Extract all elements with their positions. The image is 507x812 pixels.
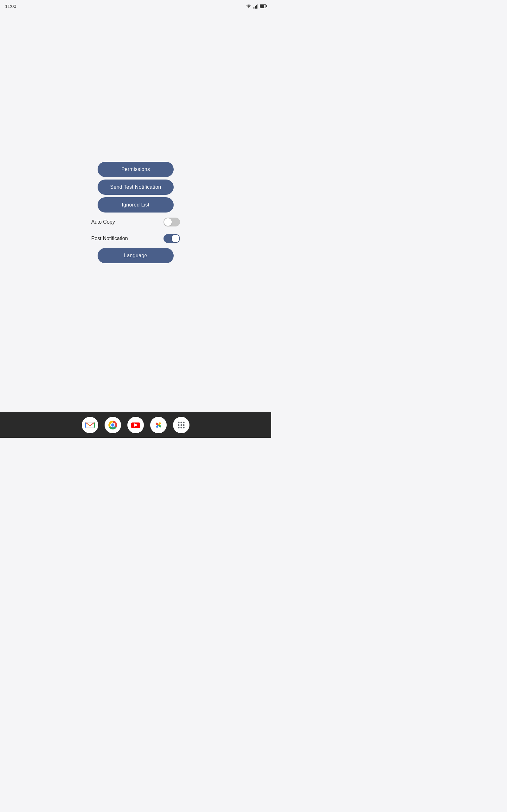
status-bar: 11:00 xyxy=(0,0,271,13)
status-icons xyxy=(246,4,266,9)
app-grid-icon[interactable] xyxy=(173,417,189,433)
svg-point-16 xyxy=(178,422,180,423)
svg-point-18 xyxy=(183,422,185,423)
post-notification-knob xyxy=(172,235,179,242)
svg-point-23 xyxy=(181,427,182,428)
post-notification-row: Post Notification xyxy=(91,232,180,246)
signal-icon xyxy=(253,4,258,9)
taskbar xyxy=(0,412,271,438)
auto-copy-knob xyxy=(164,218,172,226)
auto-copy-toggle[interactable] xyxy=(164,217,180,226)
svg-point-20 xyxy=(181,424,182,426)
svg-point-19 xyxy=(178,424,180,426)
post-notification-label: Post Notification xyxy=(91,236,128,241)
svg-point-17 xyxy=(181,422,182,423)
status-time: 11:00 xyxy=(5,4,16,9)
svg-point-10 xyxy=(111,423,114,426)
auto-copy-row: Auto Copy xyxy=(91,215,180,229)
controls-container: Permissions Send Test Notification Ignor… xyxy=(85,162,186,263)
youtube-app-icon[interactable] xyxy=(127,417,144,433)
svg-rect-0 xyxy=(253,7,255,9)
send-test-notification-button[interactable]: Send Test Notification xyxy=(98,180,174,195)
svg-point-24 xyxy=(183,427,185,428)
language-button[interactable]: Language xyxy=(98,248,174,263)
svg-rect-1 xyxy=(255,6,256,9)
ignored-list-button[interactable]: Ignored List xyxy=(98,197,174,212)
auto-copy-label: Auto Copy xyxy=(91,219,115,225)
gmail-app-icon[interactable] xyxy=(82,417,98,433)
post-notification-toggle[interactable] xyxy=(164,234,180,243)
svg-rect-2 xyxy=(256,5,257,9)
wifi-icon xyxy=(246,4,251,9)
main-content: Permissions Send Test Notification Ignor… xyxy=(0,13,271,412)
battery-icon xyxy=(260,4,266,8)
chrome-app-icon[interactable] xyxy=(105,417,121,433)
svg-rect-3 xyxy=(257,4,258,9)
google-photos-app-icon[interactable] xyxy=(150,417,167,433)
svg-point-21 xyxy=(183,424,185,426)
permissions-button[interactable]: Permissions xyxy=(98,162,174,177)
svg-point-22 xyxy=(178,427,180,428)
